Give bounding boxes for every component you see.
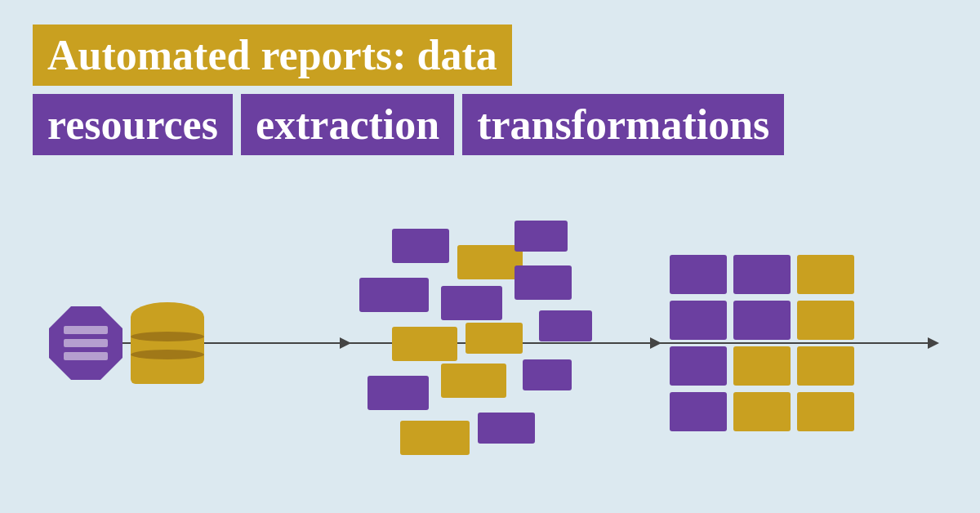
scatter-rect-4 [441, 286, 502, 320]
scatter-rect-11 [523, 359, 572, 390]
scatter-rect-5 [514, 265, 572, 300]
title-area: Automated reports: data resources extrac… [33, 25, 947, 155]
scatter-rect-1 [457, 245, 523, 279]
octagon-icon [49, 306, 122, 380]
grid-cell-5 [797, 301, 854, 340]
grid-cell-10 [733, 392, 791, 431]
scatter-rect-10 [441, 364, 506, 398]
section-scatter [343, 221, 604, 466]
tag-resources: resources [33, 94, 233, 155]
scatter-rect-0 [392, 229, 449, 263]
title-line1: Automated reports: data [33, 25, 512, 86]
grid-cell-3 [670, 301, 727, 340]
main-container: Automated reports: data resources extrac… [0, 0, 980, 513]
cylinder-stripe-1 [131, 332, 204, 341]
grid-cell-6 [670, 346, 727, 386]
grid-cell-0 [670, 255, 727, 294]
grid-cell-8 [797, 346, 854, 386]
section-database [49, 302, 204, 384]
scatter-rect-12 [400, 421, 470, 455]
grid-cell-9 [670, 392, 727, 431]
grid-cell-11 [797, 392, 854, 431]
grid-cell-4 [733, 301, 791, 340]
tag-transformations-label: transformations [477, 101, 769, 148]
cylinder-icon [131, 302, 204, 384]
grid-cell-2 [797, 255, 854, 294]
title-tags: resources extraction transformations [33, 94, 947, 155]
grid-cell-7 [733, 346, 791, 386]
diagram-area [0, 221, 980, 466]
scatter-rect-6 [392, 327, 457, 361]
scatter-rect-7 [466, 323, 523, 354]
scatter-rect-3 [359, 278, 429, 312]
grid-cell-1 [733, 255, 791, 294]
arrow-mid-2 [621, 342, 653, 344]
octagon-stripe-3 [64, 352, 108, 360]
octagon-stripe-2 [64, 339, 108, 347]
tag-extraction: extraction [241, 94, 454, 155]
cylinder-stripe-2 [131, 350, 204, 359]
tag-resources-label: resources [47, 101, 218, 148]
scatter-rect-2 [514, 221, 568, 252]
scatter-rect-13 [478, 413, 535, 444]
section-grid [670, 255, 854, 431]
scatter-rect-9 [368, 376, 429, 410]
octagon-stripe-1 [64, 326, 108, 334]
arrow-mid-1 [310, 342, 343, 344]
scatter-rect-8 [539, 310, 592, 341]
tag-extraction-label: extraction [256, 101, 439, 148]
tag-transformations: transformations [462, 94, 784, 155]
title-text-line1: Automated reports: data [47, 32, 497, 78]
